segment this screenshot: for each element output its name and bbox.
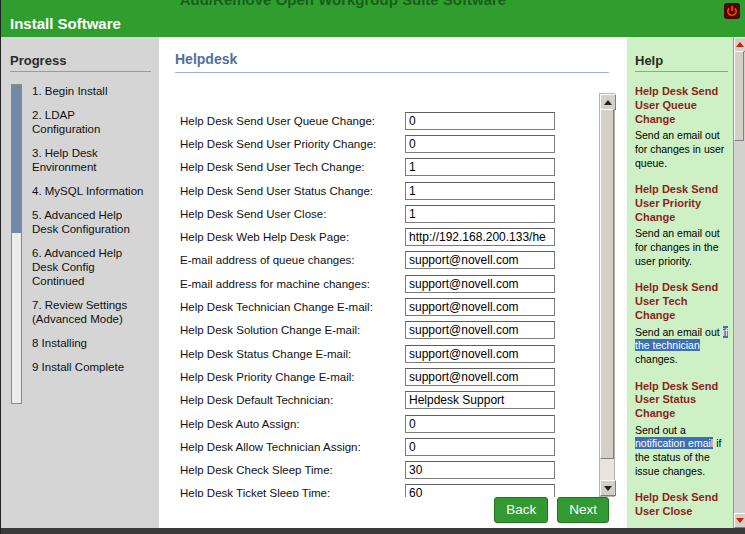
power-glyph xyxy=(726,5,738,17)
help-section-body: Send an email out for changes in the use… xyxy=(635,227,728,268)
progress-step: 3. Help Desk Environment xyxy=(32,146,146,174)
help-scrollbar[interactable] xyxy=(733,37,745,528)
scroll-down-icon[interactable] xyxy=(600,480,616,496)
install-wizard-window: Add/Remove Open Workgroup Suite Software… xyxy=(0,0,745,534)
field-label: E-mail address for machine changes: xyxy=(169,278,405,290)
progress-rule xyxy=(10,71,151,72)
form-row: Help Desk Send User Priority Change: xyxy=(169,132,599,155)
window-title: Install Software xyxy=(10,15,121,32)
field-input-solution-change-email[interactable] xyxy=(405,321,555,339)
help-section: Help Desk Send User Close xyxy=(635,491,728,519)
form-area: Help Desk Send User Queue Change: Help D… xyxy=(169,93,627,497)
field-label: Help Desk Send User Queue Change: xyxy=(169,115,405,127)
form-row: Help Desk Check Sleep Time: xyxy=(169,458,599,481)
background-window-title: Add/Remove Open Workgroup Suite Software xyxy=(1,0,685,8)
up-arrow-icon xyxy=(604,100,612,105)
help-scrollbar-thumb[interactable] xyxy=(734,51,744,141)
form-scrollbar[interactable] xyxy=(599,93,615,497)
titlebar: Install Software xyxy=(1,10,745,37)
progress-body: 1. Begin Install 2. LDAP Configuration 3… xyxy=(10,82,151,404)
field-input-ticket-sleep-time[interactable] xyxy=(405,484,555,497)
power-icon[interactable] xyxy=(724,3,740,19)
field-label: Help Desk Auto Assign: xyxy=(169,418,405,430)
form-row: Help Desk Send User Close: xyxy=(169,202,599,225)
back-button[interactable]: Back xyxy=(494,497,548,523)
help-section: Help Desk Send User Priority Change Send… xyxy=(635,183,728,268)
field-label: Help Desk Check Sleep Time: xyxy=(169,464,405,476)
field-label: Help Desk Send User Priority Change: xyxy=(169,138,405,150)
field-label: Help Desk Send User Tech Change: xyxy=(169,161,405,173)
form-row: Help Desk Send User Status Change: xyxy=(169,179,599,202)
help-section-title: Help Desk Send User Tech Change xyxy=(635,281,728,322)
help-scroll-down-icon[interactable] xyxy=(734,513,745,528)
field-label: Help Desk Technician Change E-mail: xyxy=(169,301,405,313)
field-input-send-user-close[interactable] xyxy=(405,205,555,223)
form-row: Help Desk Web Help Desk Page: xyxy=(169,225,599,248)
progress-step: 8 Installing xyxy=(32,336,146,350)
help-panel: Help Help Desk Send User Queue Change Se… xyxy=(627,37,733,528)
progress-panel: Progress 1. Begin Install 2. LDAP Config… xyxy=(1,37,159,528)
field-label: Help Desk Allow Technician Assign: xyxy=(169,441,405,453)
help-section-title: Help Desk Send User Close xyxy=(635,491,728,519)
field-label: Help Desk Web Help Desk Page: xyxy=(169,231,405,243)
form-scrollbar-thumb[interactable] xyxy=(600,109,614,459)
down-arrow-icon xyxy=(604,486,612,491)
progress-step: 7. Review Settings (Advanced Mode) xyxy=(32,298,146,326)
field-input-status-change-email[interactable] xyxy=(405,345,555,363)
field-label: Help Desk Ticket Sleep Time: xyxy=(169,487,405,497)
help-section: Help Desk Send User Queue Change Send an… xyxy=(635,85,728,170)
field-input-send-user-tech-change[interactable] xyxy=(405,158,555,176)
field-input-default-technician[interactable] xyxy=(405,391,555,409)
help-section: Help Desk Send User Status Change Send o… xyxy=(635,380,728,479)
help-heading: Help xyxy=(635,53,728,68)
window-content: Progress 1. Begin Install 2. LDAP Config… xyxy=(1,37,745,528)
field-input-send-user-queue-change[interactable] xyxy=(405,112,555,130)
form-row: Help Desk Ticket Sleep Time: xyxy=(169,482,599,497)
field-input-allow-technician-assign[interactable] xyxy=(405,438,555,456)
help-section-title: Help Desk Send User Queue Change xyxy=(635,85,728,126)
progress-step: 5. Advanced Help Desk Configuration xyxy=(32,208,146,236)
help-section-body: Send an email out if the technician chan… xyxy=(635,326,728,367)
scroll-up-icon[interactable] xyxy=(600,94,616,110)
form-row: Help Desk Allow Technician Assign: xyxy=(169,435,599,458)
field-input-priority-change-email[interactable] xyxy=(405,368,555,386)
form-row: Help Desk Send User Queue Change: xyxy=(169,109,599,132)
help-section-title: Help Desk Send User Status Change xyxy=(635,380,728,421)
field-input-machine-changes-email[interactable] xyxy=(405,275,555,293)
progress-bar xyxy=(11,84,22,404)
field-input-send-user-status-change[interactable] xyxy=(405,182,555,200)
main-panel: Helpdesk Help Desk Send User Queue Chang… xyxy=(159,37,627,528)
form-rows: Help Desk Send User Queue Change: Help D… xyxy=(169,93,599,497)
progress-step: 9 Install Complete xyxy=(32,360,146,374)
field-label: Help Desk Send User Close: xyxy=(169,208,405,220)
field-label: E-mail address of queue changes: xyxy=(169,254,405,266)
field-label: Help Desk Default Technician: xyxy=(169,394,405,406)
field-input-technician-change-email[interactable] xyxy=(405,298,555,316)
wizard-buttons: Back Next xyxy=(494,497,609,523)
next-button[interactable]: Next xyxy=(557,497,609,523)
field-label: Help Desk Solution Change E-mail: xyxy=(169,324,405,336)
help-section-title: Help Desk Send User Priority Change xyxy=(635,183,728,224)
form-row: Help Desk Auto Assign: xyxy=(169,412,599,435)
form-row: Help Desk Default Technician: xyxy=(169,389,599,412)
help-rule xyxy=(635,71,728,72)
field-label: Help Desk Priority Change E-mail: xyxy=(169,371,405,383)
field-input-web-help-desk-page[interactable] xyxy=(405,228,555,246)
down-arrow-icon xyxy=(736,518,744,523)
field-input-check-sleep-time[interactable] xyxy=(405,461,555,479)
form-row: Help Desk Priority Change E-mail: xyxy=(169,365,599,388)
field-input-queue-changes-email[interactable] xyxy=(405,251,555,269)
field-label: Help Desk Send User Status Change: xyxy=(169,185,405,197)
field-input-auto-assign[interactable] xyxy=(405,415,555,433)
window-bottom-frame xyxy=(1,528,745,534)
help-scroll-up-icon[interactable] xyxy=(734,37,745,52)
field-label: Help Desk Status Change E-mail: xyxy=(169,348,405,360)
progress-step: 4. MySQL Information xyxy=(32,184,146,198)
help-section: Help Desk Send User Tech Change Send an … xyxy=(635,281,728,366)
progress-steps: 1. Begin Install 2. LDAP Configuration 3… xyxy=(22,82,146,404)
field-input-send-user-priority-change[interactable] xyxy=(405,135,555,153)
progress-step: 6. Advanced Help Desk Config Continued xyxy=(32,246,146,288)
form-row: E-mail address of queue changes: xyxy=(169,249,599,272)
progress-step: 2. LDAP Configuration xyxy=(32,108,146,136)
progress-bar-fill xyxy=(12,85,21,233)
